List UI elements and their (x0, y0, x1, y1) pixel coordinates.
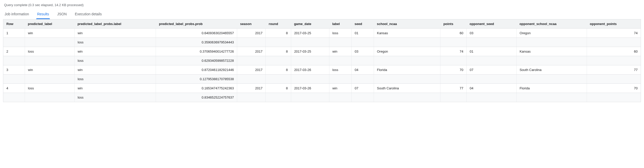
tab-job-information[interactable]: Job information (4, 9, 30, 19)
cell-prob-label: win (74, 29, 156, 38)
col-predicted-probs-prob[interactable]: predicted_label_probs.prob (156, 19, 237, 29)
cell-predicted-label (25, 93, 74, 102)
cell-school-ncaa: South Carolina (374, 84, 440, 93)
cell-label: loss (329, 65, 352, 75)
col-game-date[interactable]: game_date (291, 19, 329, 29)
col-opponent-school-ncaa[interactable]: opponent_school_ncaa (516, 19, 587, 29)
cell-row: 1 (3, 29, 25, 38)
cell-season (237, 93, 266, 102)
cell-points: 74 (440, 47, 466, 56)
cell-round (266, 93, 291, 102)
cell-points: 77 (440, 84, 466, 93)
cell-label: win (329, 84, 352, 93)
cell-game-date: 2017-03-26 (291, 65, 329, 75)
cell-opponent-points: 70 (587, 84, 641, 93)
cell-opponent-points (587, 38, 641, 47)
col-points[interactable]: points (440, 19, 466, 29)
cell-opponent-points: 74 (587, 29, 641, 38)
col-predicted-label[interactable]: predicted_label (25, 19, 74, 29)
cell-season (237, 56, 266, 65)
query-status: Query complete (0.3 sec elapsed, 14.2 KB… (3, 3, 641, 9)
cell-opponent-seed: 03 (466, 29, 516, 38)
cell-game-date: 2017-03-26 (291, 84, 329, 93)
cell-label: loss (329, 29, 352, 38)
cell-seed: 04 (352, 65, 374, 75)
cell-opponent-school-ncaa: Kansas (516, 47, 587, 56)
cell-label (329, 38, 352, 47)
cell-opponent-school-ncaa (516, 38, 587, 47)
tab-execution-details[interactable]: Execution details (74, 9, 102, 19)
cell-prob-label: win (74, 84, 156, 93)
cell-seed: 07 (352, 84, 374, 93)
cell-round (266, 56, 291, 65)
table-row: loss0.8346525224757637 (3, 93, 641, 102)
cell-prob-value: 0.8346525224757637 (156, 93, 237, 102)
cell-prob-value: 0.3590636979534443 (156, 38, 237, 47)
table-row: 3winwin0.8720461182921446201782017-03-26… (3, 65, 641, 75)
col-season[interactable]: season (237, 19, 266, 29)
tab-results[interactable]: Results (37, 9, 50, 19)
cell-prob-value: 0.8720461182921446 (156, 65, 237, 75)
cell-label (329, 75, 352, 84)
cell-season: 2017 (237, 65, 266, 75)
col-round[interactable]: round (266, 19, 291, 29)
cell-round: 8 (266, 84, 291, 93)
tab-json[interactable]: JSON (57, 9, 67, 19)
cell-predicted-label: loss (25, 47, 74, 56)
cell-prob-label: loss (74, 93, 156, 102)
cell-opponent-seed (466, 56, 516, 65)
cell-game-date (291, 93, 329, 102)
col-school-ncaa[interactable]: school_ncaa (374, 19, 440, 29)
cell-prob-value: 0.6409363020465557 (156, 29, 237, 38)
cell-row: 4 (3, 84, 25, 93)
cell-prob-value: 0.37065940014277726 (156, 47, 237, 56)
cell-prob-label: win (74, 47, 156, 56)
cell-opponent-points (587, 93, 641, 102)
cell-opponent-school-ncaa: Oregon (516, 29, 587, 38)
cell-opponent-school-ncaa: South Carolina (516, 65, 587, 75)
table-row: 2losswin0.37065940014277726201782017-03-… (3, 47, 641, 56)
col-opponent-points[interactable]: opponent_points (587, 19, 641, 29)
cell-opponent-school-ncaa (516, 93, 587, 102)
cell-seed: 03 (352, 47, 374, 56)
col-row[interactable]: Row (3, 19, 25, 29)
cell-season: 2017 (237, 84, 266, 93)
cell-predicted-label: win (25, 29, 74, 38)
cell-seed (352, 75, 374, 84)
cell-prob-value: 0.1653474775242363 (156, 84, 237, 93)
cell-prob-label: win (74, 65, 156, 75)
cell-school-ncaa (374, 75, 440, 84)
cell-seed: 01 (352, 29, 374, 38)
cell-round: 8 (266, 29, 291, 38)
col-seed[interactable]: seed (352, 19, 374, 29)
cell-seed (352, 93, 374, 102)
cell-opponent-points: 77 (587, 65, 641, 75)
cell-game-date (291, 38, 329, 47)
cell-opponent-school-ncaa (516, 75, 587, 84)
cell-row: 2 (3, 47, 25, 56)
cell-row (3, 38, 25, 47)
cell-game-date: 2017-03-25 (291, 47, 329, 56)
cell-opponent-school-ncaa: Florida (516, 84, 587, 93)
cell-opponent-seed (466, 75, 516, 84)
cell-school-ncaa: Kansas (374, 29, 440, 38)
col-opponent-seed[interactable]: opponent_seed (466, 19, 516, 29)
cell-points: 70 (440, 65, 466, 75)
cell-label: win (329, 47, 352, 56)
col-predicted-probs-label[interactable]: predicted_label_probs.label (74, 19, 156, 29)
cell-predicted-label (25, 56, 74, 65)
cell-school-ncaa (374, 38, 440, 47)
cell-opponent-points (587, 56, 641, 65)
cell-predicted-label (25, 75, 74, 84)
cell-seed (352, 56, 374, 65)
col-label[interactable]: label (329, 19, 352, 29)
table-row: loss0.6293405998572228 (3, 56, 641, 65)
cell-predicted-label: win (25, 65, 74, 75)
cell-points (440, 75, 466, 84)
cell-prob-label: loss (74, 56, 156, 65)
cell-round: 8 (266, 47, 291, 56)
cell-points (440, 93, 466, 102)
cell-game-date (291, 75, 329, 84)
cell-school-ncaa (374, 56, 440, 65)
cell-opponent-seed (466, 38, 516, 47)
